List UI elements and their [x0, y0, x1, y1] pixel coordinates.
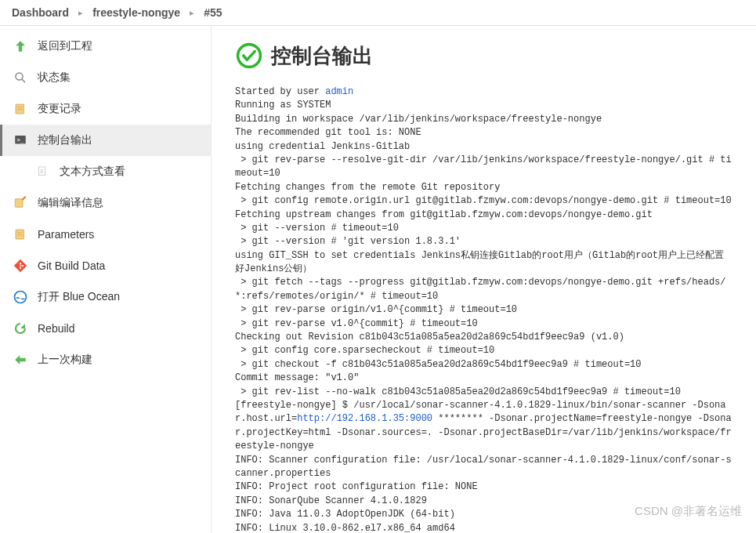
blueocean-icon — [13, 289, 28, 305]
sidebar-item-label: 打开 Blue Ocean — [38, 290, 120, 304]
notepad-icon — [13, 101, 28, 117]
sidebar-item-back[interactable]: 返回到工程 — [0, 31, 211, 62]
svg-rect-12 — [16, 230, 24, 239]
breadcrumb-project[interactable]: freestyle-nongye — [92, 6, 180, 19]
svg-line-1 — [22, 79, 25, 82]
sidebar-item-status[interactable]: 状态集 — [0, 62, 211, 93]
console-output: Started by user admin Running as SYSTEM … — [235, 85, 732, 533]
magnifier-icon — [13, 70, 28, 85]
sidebar-item-gitdata[interactable]: Git Build Data — [0, 250, 211, 281]
console-sonar-url-link[interactable]: http://192.168.1.35:9000 — [297, 413, 432, 424]
svg-text:>_: >_ — [17, 136, 25, 143]
sidebar-item-label: 上一次构建 — [38, 353, 92, 367]
document-icon — [34, 164, 50, 179]
terminal-icon: >_ — [13, 132, 28, 148]
svg-point-20 — [15, 292, 27, 303]
sidebar-item-changes[interactable]: 变更记录 — [0, 93, 211, 125]
page-title-row: 控制台输出 — [235, 42, 732, 70]
main-content: 控制台输出 Started by user admin Running as S… — [212, 26, 756, 533]
svg-rect-2 — [16, 104, 24, 114]
sidebar-item-label: 状态集 — [38, 71, 71, 85]
svg-rect-11 — [15, 199, 23, 208]
refresh-icon — [13, 321, 28, 336]
chevron-right-icon: ▸ — [78, 8, 83, 18]
console-body-1: Running as SYSTEM Building in workspace … — [235, 100, 732, 424]
svg-point-0 — [16, 73, 23, 80]
sidebar-item-label: 文本方式查看 — [60, 165, 125, 179]
breadcrumb-dashboard[interactable]: Dashboard — [12, 6, 69, 19]
console-user-link[interactable]: admin — [325, 86, 353, 97]
breadcrumb-build[interactable]: #55 — [204, 6, 222, 19]
chevron-right-icon: ▸ — [190, 8, 194, 18]
sidebar-item-label: Git Build Data — [38, 259, 105, 272]
sidebar-item-parameters[interactable]: Parameters — [0, 219, 211, 250]
sidebar-item-label: 控制台输出 — [38, 133, 92, 147]
sidebar-item-blueocean[interactable]: 打开 Blue Ocean — [0, 281, 211, 313]
sidebar-item-rebuild[interactable]: Rebuild — [0, 313, 211, 344]
console-body-2: ******** -Dsonar.projectName=freestyle-n… — [235, 413, 732, 533]
sidebar-item-label: Parameters — [38, 228, 94, 241]
sidebar-item-prevbuild[interactable]: 上一次构建 — [0, 344, 211, 375]
sidebar-item-label: Rebuild — [38, 322, 74, 335]
main-layout: 返回到工程 状态集 变更记录 >_ 控制台输出 文本方式查看 — [0, 26, 756, 533]
sidebar-item-label: 编辑编译信息 — [38, 196, 103, 210]
git-icon — [13, 258, 28, 274]
breadcrumb: Dashboard ▸ freestyle-nongye ▸ #55 — [0, 0, 756, 26]
notepad-icon — [13, 227, 28, 242]
sidebar: 返回到工程 状态集 变更记录 >_ 控制台输出 文本方式查看 — [0, 26, 212, 533]
sidebar-item-label: 变更记录 — [38, 102, 81, 116]
left-arrow-icon — [13, 352, 28, 368]
up-arrow-icon — [13, 38, 28, 54]
notepad-pencil-icon — [13, 195, 28, 211]
page-title: 控制台输出 — [271, 42, 373, 70]
sidebar-item-console[interactable]: >_ 控制台输出 — [0, 125, 211, 156]
console-text-prefix: Started by user — [235, 86, 325, 97]
success-status-icon — [235, 42, 263, 70]
sidebar-item-plaintext[interactable]: 文本方式查看 — [0, 156, 211, 187]
sidebar-item-editbuild[interactable]: 编辑编译信息 — [0, 187, 211, 219]
sidebar-item-label: 返回到工程 — [38, 39, 92, 53]
